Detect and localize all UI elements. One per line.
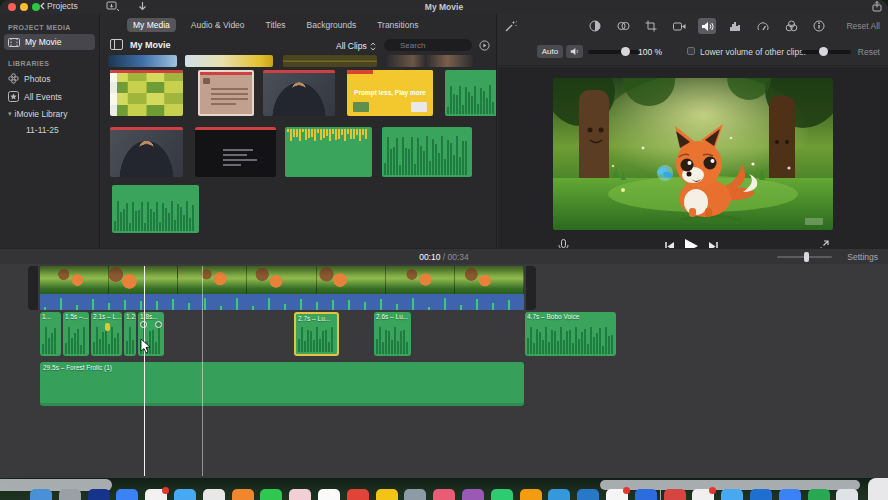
timeline-zoom-slider[interactable] bbox=[777, 256, 832, 258]
dock-app-icon[interactable] bbox=[30, 489, 52, 500]
search-input[interactable] bbox=[384, 39, 472, 51]
reset-button[interactable]: Reset bbox=[858, 47, 880, 57]
dock-app-icon[interactable] bbox=[260, 489, 282, 500]
dock-app-icon[interactable] bbox=[491, 489, 513, 500]
sidebar-item-all-events[interactable]: All Events bbox=[4, 88, 95, 105]
clip-label: 2.7s – Lu... bbox=[298, 315, 330, 322]
color-correction-icon[interactable] bbox=[614, 18, 632, 34]
magic-wand-icon[interactable] bbox=[504, 20, 517, 33]
noise-reduction-icon[interactable] bbox=[726, 18, 744, 34]
tab-backgrounds[interactable]: Backgrounds bbox=[301, 18, 363, 32]
dock-app-icon[interactable] bbox=[548, 489, 570, 500]
dock-app-icon[interactable] bbox=[433, 489, 455, 500]
terminal-text-line bbox=[223, 154, 247, 156]
reset-all-button[interactable]: Reset All bbox=[846, 21, 880, 31]
timeline-zoom-thumb[interactable] bbox=[804, 252, 809, 262]
tab-transitions[interactable]: Transitions bbox=[371, 18, 424, 32]
timeline-audio-clip[interactable]: 4.7s – Bobo Voice bbox=[525, 312, 616, 356]
dock-app-icon[interactable] bbox=[318, 489, 340, 500]
thumb-red-bar bbox=[110, 70, 183, 73]
crop-icon[interactable] bbox=[642, 18, 660, 34]
dock-app-icon[interactable] bbox=[88, 489, 110, 500]
dock-app-icon[interactable] bbox=[376, 489, 398, 500]
volume-slider[interactable] bbox=[588, 50, 640, 54]
timeline-audio-clip[interactable]: 2.7s – Lu... bbox=[294, 312, 339, 356]
lower-volume-checkbox[interactable] bbox=[687, 47, 695, 55]
dock-app-icon[interactable] bbox=[606, 489, 628, 500]
dock-app-icon[interactable] bbox=[779, 489, 801, 500]
dock-app-icon[interactable] bbox=[808, 489, 830, 500]
media-thumb-audio[interactable] bbox=[445, 70, 496, 116]
share-icon[interactable] bbox=[872, 1, 882, 12]
mute-button[interactable] bbox=[566, 45, 583, 58]
media-thumb-strip[interactable] bbox=[283, 55, 377, 67]
media-thumb-strip[interactable] bbox=[387, 55, 473, 67]
sidebar-item-photos[interactable]: Photos bbox=[4, 70, 95, 87]
media-thumb-person-video[interactable] bbox=[263, 70, 335, 116]
tab-titles[interactable]: Titles bbox=[260, 18, 292, 32]
tab-my-media[interactable]: My Media bbox=[127, 18, 176, 32]
dock-app-icon[interactable] bbox=[520, 489, 542, 500]
media-thumb-terminal[interactable] bbox=[195, 127, 276, 177]
promo-text: Prompt less, Play more bbox=[347, 89, 433, 96]
timeline-music-clip[interactable]: 29.5s – Forest Frolic (1) bbox=[40, 362, 524, 406]
fade-handle[interactable] bbox=[155, 321, 162, 328]
info-icon[interactable] bbox=[810, 18, 828, 34]
dock-app-icon[interactable] bbox=[174, 489, 196, 500]
continuous-playback-icon[interactable] bbox=[479, 40, 490, 51]
dock-app-icon[interactable] bbox=[145, 489, 167, 500]
media-thumb-collage[interactable] bbox=[110, 70, 183, 116]
media-thumb-strip[interactable] bbox=[108, 55, 177, 67]
media-thumb-strip[interactable] bbox=[185, 55, 273, 67]
speed-icon[interactable] bbox=[754, 18, 772, 34]
media-thumb-audio[interactable] bbox=[112, 185, 199, 233]
chevron-down-icon[interactable]: ▾ bbox=[8, 110, 12, 118]
sidebar-item-imovie-library[interactable]: ▾ iMovie Library bbox=[4, 106, 95, 122]
media-thumb-document[interactable] bbox=[198, 70, 254, 116]
dock-app-icon[interactable] bbox=[462, 489, 484, 500]
tab-audio-video[interactable]: Audio & Video bbox=[185, 18, 251, 32]
timeline-audio-clip[interactable]: 1.2... bbox=[124, 312, 136, 356]
volume-slider-knob[interactable] bbox=[621, 47, 630, 56]
dock-app-icon[interactable] bbox=[635, 489, 657, 500]
timeline-audio-clip[interactable]: 2.1s – L... bbox=[91, 312, 122, 356]
dock-app-icon[interactable] bbox=[750, 489, 772, 500]
sidebar-toggle-icon[interactable] bbox=[110, 39, 123, 50]
playhead[interactable] bbox=[144, 266, 145, 476]
dock-app-icon[interactable] bbox=[203, 489, 225, 500]
dock-app-icon[interactable] bbox=[232, 489, 254, 500]
timeline-audio-clip[interactable]: 1.5s –... bbox=[63, 312, 89, 356]
timeline-audio-clip[interactable]: 2.6s – Lu... bbox=[374, 312, 411, 356]
audio-waveform bbox=[287, 129, 370, 142]
media-thumb-person-video[interactable] bbox=[110, 127, 183, 177]
sidebar-item-my-movie[interactable]: My Movie bbox=[4, 34, 95, 50]
dock-app-icon[interactable] bbox=[116, 489, 138, 500]
media-thumb-promo[interactable]: Prompt less, Play more bbox=[347, 70, 433, 116]
dock-app-icon[interactable] bbox=[347, 489, 369, 500]
dock-app-icon[interactable] bbox=[577, 489, 599, 500]
sidebar-item-event-date[interactable]: 11-11-25 bbox=[26, 123, 99, 137]
clip-filter-dropdown[interactable]: All Clips bbox=[336, 41, 376, 51]
timeline[interactable]: 1...1.5s –...2.1s – L...1.2...1.8s...2.7… bbox=[0, 264, 888, 478]
color-balance-icon[interactable] bbox=[586, 18, 604, 34]
ducking-slider-knob[interactable] bbox=[819, 47, 828, 56]
stabilization-icon[interactable] bbox=[670, 18, 688, 34]
dock-app-icon[interactable] bbox=[664, 489, 686, 500]
timeline-settings-button[interactable]: Settings bbox=[847, 252, 878, 262]
auto-volume-button[interactable]: Auto bbox=[537, 45, 563, 58]
filters-icon[interactable] bbox=[782, 18, 800, 34]
dock-app-icon[interactable] bbox=[692, 489, 714, 500]
media-thumb-audio[interactable] bbox=[285, 127, 372, 177]
ducking-slider[interactable] bbox=[801, 50, 851, 54]
dock-app-icon[interactable] bbox=[836, 489, 858, 500]
updown-chevron-icon bbox=[370, 42, 376, 51]
volume-icon[interactable] bbox=[698, 18, 716, 34]
dock-app-icon[interactable] bbox=[404, 489, 426, 500]
doc-text-line bbox=[211, 103, 236, 105]
timeline-audio-clip[interactable]: 1... bbox=[40, 312, 61, 356]
dock-app-icon[interactable] bbox=[289, 489, 311, 500]
dock-app-icon[interactable] bbox=[721, 489, 743, 500]
timeline-toolbar: 00:10 / 00:34 Settings bbox=[0, 248, 888, 264]
media-thumb-audio[interactable] bbox=[382, 127, 472, 177]
dock-app-icon[interactable] bbox=[59, 489, 81, 500]
